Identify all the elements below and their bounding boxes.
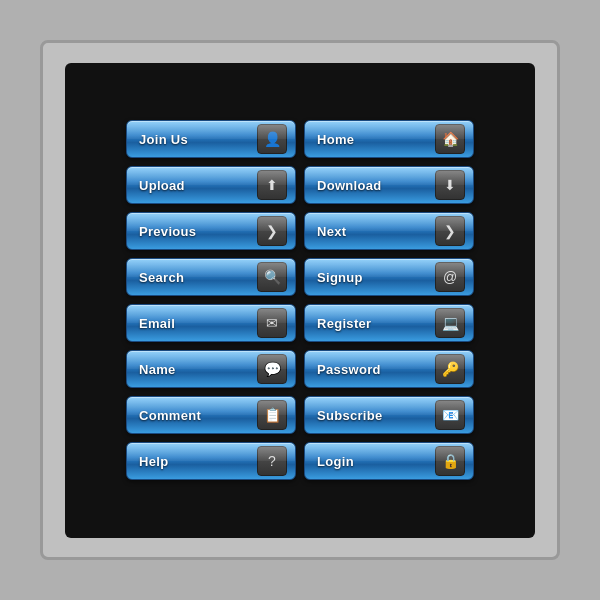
register-label: Register [317, 316, 371, 331]
home-button[interactable]: Home🏠 [304, 120, 474, 158]
signup-button[interactable]: Signup@ [304, 258, 474, 296]
inner-panel: Join Us👤Home🏠Upload⬆Download⬇Previous❯Ne… [65, 63, 535, 538]
login-icon: 🔒 [435, 446, 465, 476]
download-icon: ⬇ [435, 170, 465, 200]
subscribe-icon: 📧 [435, 400, 465, 430]
buttons-grid: Join Us👤Home🏠Upload⬆Download⬇Previous❯Ne… [110, 104, 490, 496]
help-icon: ? [257, 446, 287, 476]
name-label: Name [139, 362, 176, 377]
join-us-label: Join Us [139, 132, 188, 147]
help-label: Help [139, 454, 168, 469]
register-button[interactable]: Register💻 [304, 304, 474, 342]
search-button[interactable]: Search🔍 [126, 258, 296, 296]
search-label: Search [139, 270, 184, 285]
signup-icon: @ [435, 262, 465, 292]
upload-icon: ⬆ [257, 170, 287, 200]
password-icon: 🔑 [435, 354, 465, 384]
comment-button[interactable]: Comment📋 [126, 396, 296, 434]
login-button[interactable]: Login🔒 [304, 442, 474, 480]
comment-icon: 📋 [257, 400, 287, 430]
previous-label: Previous [139, 224, 196, 239]
join-us-button[interactable]: Join Us👤 [126, 120, 296, 158]
download-label: Download [317, 178, 382, 193]
download-button[interactable]: Download⬇ [304, 166, 474, 204]
password-button[interactable]: Password🔑 [304, 350, 474, 388]
previous-icon: ❯ [257, 216, 287, 246]
email-icon: ✉ [257, 308, 287, 338]
upload-label: Upload [139, 178, 185, 193]
help-button[interactable]: Help? [126, 442, 296, 480]
login-label: Login [317, 454, 354, 469]
comment-label: Comment [139, 408, 201, 423]
next-label: Next [317, 224, 346, 239]
next-icon: ❯ [435, 216, 465, 246]
outer-frame: Join Us👤Home🏠Upload⬆Download⬇Previous❯Ne… [40, 40, 560, 560]
email-label: Email [139, 316, 175, 331]
search-icon: 🔍 [257, 262, 287, 292]
signup-label: Signup [317, 270, 363, 285]
next-button[interactable]: Next❯ [304, 212, 474, 250]
subscribe-label: Subscribe [317, 408, 383, 423]
home-label: Home [317, 132, 354, 147]
join-us-icon: 👤 [257, 124, 287, 154]
subscribe-button[interactable]: Subscribe📧 [304, 396, 474, 434]
previous-button[interactable]: Previous❯ [126, 212, 296, 250]
email-button[interactable]: Email✉ [126, 304, 296, 342]
name-button[interactable]: Name💬 [126, 350, 296, 388]
name-icon: 💬 [257, 354, 287, 384]
register-icon: 💻 [435, 308, 465, 338]
password-label: Password [317, 362, 381, 377]
home-icon: 🏠 [435, 124, 465, 154]
upload-button[interactable]: Upload⬆ [126, 166, 296, 204]
